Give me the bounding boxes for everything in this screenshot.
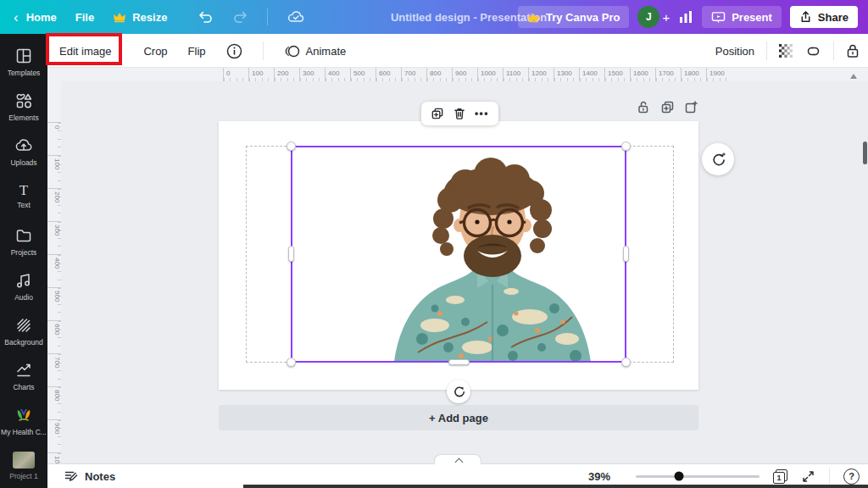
duplicate-icon[interactable] xyxy=(431,107,444,120)
toolbar-left: Edit image Crop Flip Animate xyxy=(59,34,346,68)
more-options-icon[interactable]: ••• xyxy=(475,108,489,119)
sidebar-item-project-1[interactable]: Project 1 xyxy=(0,443,47,488)
ruler-label-v: 600 xyxy=(47,320,61,353)
templates-icon xyxy=(14,47,33,65)
ruler-label-h: 1900 xyxy=(706,68,732,81)
ruler-label-v: 0 xyxy=(47,122,61,155)
resize-handle-bottom[interactable] xyxy=(448,359,470,365)
rotate-plus-icon xyxy=(710,152,726,168)
position-button[interactable]: Position xyxy=(715,45,754,58)
topbar-divider xyxy=(267,8,268,25)
home-button[interactable]: ‹ Home xyxy=(14,10,57,25)
resize-handle-top-left[interactable] xyxy=(287,141,296,151)
page-indicator[interactable]: 1 xyxy=(773,469,787,484)
present-button[interactable]: Present xyxy=(702,6,782,28)
project-thumbnail xyxy=(13,452,35,469)
sidebar-item-audio[interactable]: Audio xyxy=(0,263,47,308)
ruler-horizontal: 0100200300400500600700800900100011001200… xyxy=(47,68,868,81)
animate-icon xyxy=(284,44,300,58)
invite-plus-icon[interactable]: + xyxy=(662,10,670,25)
transparency-icon[interactable] xyxy=(779,44,793,58)
avatar[interactable]: J xyxy=(637,6,659,28)
ruler-label-h: 100 xyxy=(248,68,274,81)
sidebar-item-label: Projects xyxy=(11,248,37,257)
ruler-label-h: 1700 xyxy=(655,68,681,81)
sidebar-item-label: Templates xyxy=(8,69,41,77)
collapse-bottom-panel-tab[interactable] xyxy=(434,454,481,464)
sidebar-item-background[interactable]: Background xyxy=(0,308,47,353)
selection-box[interactable] xyxy=(291,146,626,363)
home-label: Home xyxy=(26,11,57,24)
fullscreen-icon[interactable] xyxy=(801,469,815,484)
lock-icon[interactable] xyxy=(846,43,860,58)
ruler-scroll-arrow-icon xyxy=(850,74,857,79)
resize-handle-bottom-right[interactable] xyxy=(621,358,631,367)
unlock-icon[interactable] xyxy=(637,100,651,114)
page-number: 1 xyxy=(773,472,785,484)
top-bar-right: Try Canva Pro J + Present Share xyxy=(518,0,858,34)
resize-handle-bottom-left[interactable] xyxy=(287,358,296,367)
toolbar-divider xyxy=(833,42,834,60)
sidebar-item-templates[interactable]: Templates xyxy=(0,39,47,84)
redo-icon[interactable] xyxy=(232,9,248,25)
delete-trash-icon[interactable] xyxy=(453,107,466,120)
notes-icon xyxy=(64,469,78,483)
help-button[interactable]: ? xyxy=(843,469,860,485)
sidebar-item-elements[interactable]: Elements xyxy=(0,84,47,129)
sidebar-item-label: Uploads xyxy=(10,158,36,167)
insights-chart-icon[interactable] xyxy=(678,9,693,25)
info-icon[interactable] xyxy=(226,43,242,59)
toolbar-divider xyxy=(766,42,767,60)
resize-handle-right[interactable] xyxy=(623,246,629,262)
back-chevron-icon: ‹ xyxy=(14,10,19,25)
zoom-slider-thumb[interactable] xyxy=(675,472,684,481)
replace-rotate-button[interactable] xyxy=(702,143,734,175)
crop-button[interactable]: Crop xyxy=(143,45,167,58)
ruler-label-v: 900 xyxy=(47,419,61,452)
sidebar-item-uploads[interactable]: Uploads xyxy=(0,129,47,174)
flip-button[interactable]: Flip xyxy=(188,45,206,58)
page-actions xyxy=(637,100,698,114)
toolbar-right: Position xyxy=(715,34,860,68)
rotate-button[interactable] xyxy=(447,380,470,403)
animate-button[interactable]: Animate xyxy=(284,44,347,58)
crown-icon xyxy=(113,11,126,23)
sidebar-item-charts[interactable]: Charts xyxy=(0,353,47,398)
duplicate-page-icon[interactable] xyxy=(660,100,675,114)
vertical-scrollbar-thumb[interactable] xyxy=(863,141,867,164)
resize-handle-top-right[interactable] xyxy=(621,141,631,151)
audio-icon xyxy=(14,271,33,290)
file-menu-button[interactable]: File xyxy=(75,11,94,24)
video-progress-bar xyxy=(243,485,868,488)
ruler-label-v: 800 xyxy=(47,386,61,419)
edit-image-button[interactable]: Edit image xyxy=(59,45,111,58)
share-button[interactable]: Share xyxy=(790,6,858,28)
undo-icon[interactable] xyxy=(198,9,214,25)
charts-icon xyxy=(14,361,33,380)
sidebar-item-projects[interactable]: Projects xyxy=(0,219,47,263)
sidebar-item-label: Audio xyxy=(14,293,33,302)
ruler-vertical: 010020030040050060070080090010001100 xyxy=(47,81,61,463)
projects-folder-icon xyxy=(14,226,33,245)
share-icon xyxy=(799,10,812,24)
element-floating-toolbar: ••• xyxy=(421,102,498,125)
zoom-slider[interactable] xyxy=(636,475,760,478)
ruler-label-h: 1200 xyxy=(528,68,554,81)
present-label: Present xyxy=(732,11,772,24)
sidebar-item-text[interactable]: T Text xyxy=(0,174,47,219)
notes-label: Notes xyxy=(85,470,115,483)
ruler-label-v: 500 xyxy=(47,287,61,320)
resize-handle-left[interactable] xyxy=(288,246,294,262)
cloud-sync-icon xyxy=(287,9,305,25)
notes-button[interactable]: Notes xyxy=(64,469,115,483)
add-page-icon[interactable] xyxy=(684,100,698,114)
add-page-button[interactable]: + Add page xyxy=(219,405,698,430)
background-icon xyxy=(14,316,33,335)
link-icon[interactable] xyxy=(805,44,821,58)
resize-button[interactable]: Resize xyxy=(113,11,167,24)
ruler-label-h: 200 xyxy=(274,68,299,81)
resize-label: Resize xyxy=(132,11,167,24)
ruler-label-h: 300 xyxy=(299,68,325,81)
sidebar-item-my-health[interactable]: My Health C... xyxy=(0,398,47,443)
try-canva-pro-button[interactable]: Try Canva Pro xyxy=(518,6,629,28)
